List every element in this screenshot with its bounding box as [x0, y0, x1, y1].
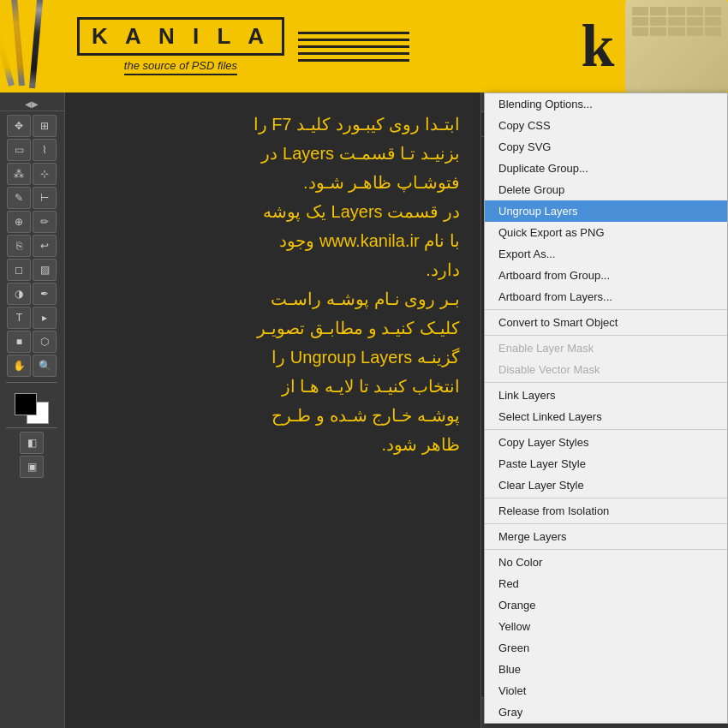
tutorial-line-5: با نام www.kanila.ir وجود — [86, 226, 460, 255]
color-selector[interactable] — [15, 393, 49, 424]
logo-area: K A N I L A the source of PSD files — [77, 17, 284, 75]
pencil-decoration — [0, 0, 67, 92]
artboard-tool[interactable]: ⊞ — [33, 115, 57, 137]
menu-item-release-from-isolation[interactable]: Release from Isolation — [485, 500, 727, 522]
tool-row-3: ⁂ ⊹ — [7, 163, 57, 185]
path-selection-tool[interactable]: ▸ — [33, 307, 57, 329]
menu-item-copy-svg[interactable]: Copy SVG — [485, 136, 727, 158]
3d-tool[interactable]: ⬡ — [33, 331, 57, 353]
tutorial-content: ابتـدا روی کیبـورد کلیـد F7 را بزنیـد تـ… — [65, 92, 480, 728]
menu-item-red[interactable]: Red — [485, 573, 727, 594]
mask-row: ◧ — [20, 432, 44, 454]
tool-row-6: ⎘ ↩ — [7, 235, 57, 257]
tutorial-line-10: انتخاب کنیـد تا لایـه هـا از — [86, 372, 460, 401]
header: K A N I L A the source of PSD files k — [0, 0, 728, 92]
menu-separator-10 — [485, 309, 727, 310]
gradient-tool[interactable]: ▨ — [33, 259, 57, 281]
tools-separator — [6, 382, 57, 383]
tool-row-2: ▭ ⌇ — [7, 139, 57, 161]
menu-item-select-linked-layers[interactable]: Select Linked Layers — [485, 406, 727, 427]
menu-item-green[interactable]: Green — [485, 637, 727, 659]
menu-item-ungroup-layers[interactable]: Ungroup Layers — [485, 200, 727, 222]
tool-row-1: ✥ ⊞ — [7, 115, 57, 137]
brush-tool[interactable]: ✏ — [33, 211, 57, 233]
menu-item-quick-export-as-png[interactable]: Quick Export as PNG — [485, 222, 727, 243]
menu-item-paste-layer-style[interactable]: Paste Layer Style — [485, 453, 727, 474]
clone-tool[interactable]: ⎘ — [7, 235, 31, 257]
tool-row-4: ✎ ⊢ — [7, 187, 57, 209]
menu-separator-18 — [485, 429, 727, 430]
keyboard-decoration — [625, 0, 728, 92]
menu-item-yellow[interactable]: Yellow — [485, 616, 727, 637]
tools-panel: ◀▶ ✥ ⊞ ▭ ⌇ ⁂ ⊹ ✎ ⊢ ⊕ ✏ ⎘ ↩ ◻ ▨ ◑ — [0, 92, 65, 728]
menu-item-blue[interactable]: Blue — [485, 659, 727, 680]
menu-item-merge-layers[interactable]: Merge Layers — [485, 526, 727, 547]
quick-mask-tool[interactable]: ◧ — [20, 432, 44, 454]
brand-subtitle: the source of PSD files — [124, 59, 237, 75]
brand-name: K A N I L A — [92, 23, 270, 49]
hand-tool[interactable]: ✋ — [7, 355, 31, 377]
tutorial-line-9: گزینـه Ungroup Layers را — [86, 343, 460, 372]
pen-tool[interactable]: ✒ — [33, 283, 57, 305]
header-lines — [298, 32, 409, 62]
menu-item-export-as-[interactable]: Export As... — [485, 243, 727, 265]
tutorial-line-8: کلیـک کنیـد و مطابـق تصویـر — [86, 313, 460, 343]
menu-separator-15 — [485, 382, 727, 383]
tool-row-10: ■ ⬡ — [7, 331, 57, 353]
tool-row-8: ◑ ✒ — [7, 283, 57, 305]
tutorial-line-12: ظاهر شود. — [86, 430, 460, 459]
menu-item-delete-group[interactable]: Delete Group — [485, 179, 727, 200]
heal-tool[interactable]: ⊕ — [7, 211, 31, 233]
menu-item-disable-vector-mask: Disable Vector Mask — [485, 359, 727, 380]
tutorial-line-2: بزنیـد تـا قسمـت Layers در — [86, 139, 460, 168]
screen-mode-tool[interactable]: ▣ — [20, 456, 44, 478]
menu-item-artboard-from-layers-[interactable]: Artboard from Layers... — [485, 286, 727, 307]
menu-item-no-color[interactable]: No Color — [485, 552, 727, 573]
eraser-tool[interactable]: ◻ — [7, 259, 31, 281]
eyedropper-tool[interactable]: ✎ — [7, 187, 31, 209]
menu-item-blending-options-[interactable]: Blending Options... — [485, 93, 727, 115]
measure-tool[interactable]: ⊢ — [33, 187, 57, 209]
screen-row: ▣ — [20, 456, 44, 478]
menu-item-duplicate-group-[interactable]: Duplicate Group... — [485, 158, 727, 179]
tutorial-line-6: دارد. — [86, 255, 460, 284]
move-tool[interactable]: ✥ — [7, 115, 31, 137]
text-tool[interactable]: T — [7, 307, 31, 329]
menu-item-convert-to-smart-object[interactable]: Convert to Smart Object — [485, 312, 727, 333]
tools-separator-2 — [6, 427, 57, 428]
history-brush-tool[interactable]: ↩ — [33, 235, 57, 257]
tutorial-line-3: فتوشـاپ ظاهـر شـود. — [86, 168, 460, 197]
menu-separator-26 — [485, 549, 727, 550]
tutorial-line-4: در قسمت Layers یک پوشه — [86, 197, 460, 226]
tool-row-9: T ▸ — [7, 307, 57, 329]
tool-row-7: ◻ ▨ — [7, 259, 57, 281]
menu-separator-22 — [485, 498, 727, 498]
menu-item-violet[interactable]: Violet — [485, 680, 727, 701]
lasso-tool[interactable]: ⌇ — [33, 139, 57, 161]
wand-tool[interactable]: ⁂ — [7, 163, 31, 185]
menu-separator-12 — [485, 335, 727, 336]
tool-row-11: ✋ 🔍 — [7, 355, 57, 377]
zoom-tool[interactable]: 🔍 — [33, 355, 57, 377]
marquee-tool[interactable]: ▭ — [7, 139, 31, 161]
menu-item-link-layers[interactable]: Link Layers — [485, 385, 727, 406]
menu-item-copy-css[interactable]: Copy CSS — [485, 115, 727, 136]
menu-item-copy-layer-styles[interactable]: Copy Layer Styles — [485, 432, 727, 453]
menu-item-orange[interactable]: Orange — [485, 594, 727, 616]
tutorial-line-11: پوشـه خـارج شـده و طـرح — [86, 401, 460, 430]
dodge-tool[interactable]: ◑ — [7, 283, 31, 305]
menu-item-gray[interactable]: Gray — [485, 701, 727, 723]
menu-item-artboard-from-group-[interactable]: Artboard from Group... — [485, 265, 727, 286]
menu-separator-24 — [485, 523, 727, 524]
foreground-color-box[interactable] — [15, 393, 37, 415]
tutorial-line-7: بـر روی نـام پوشـه راسـت — [86, 284, 460, 313]
tool-row-5: ⊕ ✏ — [7, 211, 57, 233]
tutorial-text-block: ابتـدا روی کیبـورد کلیـد F7 را بزنیـد تـ… — [86, 110, 460, 459]
crop-tool[interactable]: ⊹ — [33, 163, 57, 185]
tutorial-line-1: ابتـدا روی کیبـورد کلیـد F7 را — [86, 110, 460, 139]
context-menu: Blending Options...Copy CSSCopy SVGDupli… — [484, 92, 728, 724]
shape-tool[interactable]: ■ — [7, 331, 31, 353]
kanila-badge: k — [564, 9, 632, 84]
menu-item-clear-layer-style[interactable]: Clear Layer Style — [485, 474, 727, 496]
menu-item-enable-layer-mask: Enable Layer Mask — [485, 337, 727, 359]
